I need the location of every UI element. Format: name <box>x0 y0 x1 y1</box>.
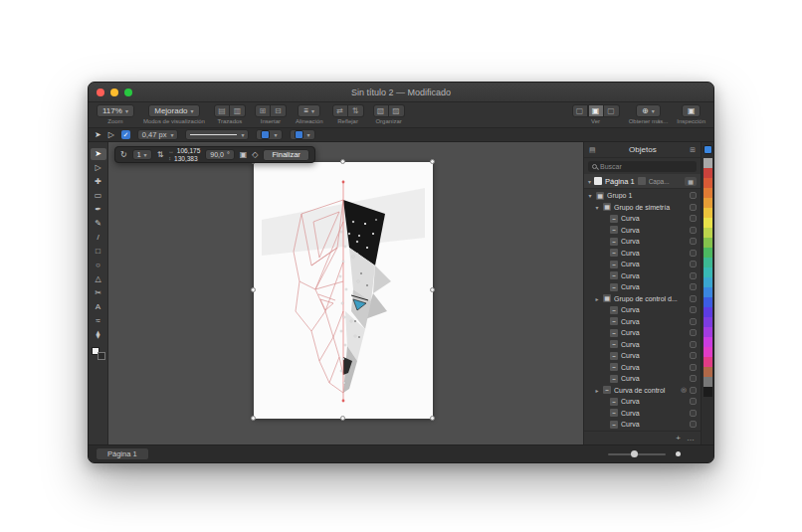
layer-row[interactable]: ▾▦Grupo 1 <box>584 190 701 202</box>
layer-row[interactable]: ~Curva <box>584 350 701 362</box>
layer-row[interactable]: ▾▦Grupo de simetría <box>584 202 701 214</box>
alignment-dropdown[interactable]: ≡ ▾ <box>298 104 320 117</box>
layer-row[interactable]: ~Curva <box>584 259 701 270</box>
layer-row[interactable]: ~Curva <box>584 362 701 374</box>
layer-row[interactable]: ~Curva <box>584 339 701 351</box>
rectangle-tool[interactable]: □ <box>91 246 106 258</box>
layer-select-checkbox[interactable] <box>690 295 697 302</box>
color-swatch[interactable] <box>703 158 712 168</box>
color-swatch[interactable] <box>703 218 712 228</box>
layer-select-checkbox[interactable] <box>690 375 697 382</box>
layer-row[interactable]: ~Curva <box>584 408 701 420</box>
layer-select-checkbox[interactable] <box>690 421 697 428</box>
finish-button[interactable]: Finalizar <box>263 149 308 161</box>
insert-behind-icon[interactable]: ⊟ <box>271 104 287 117</box>
caret-icon[interactable]: ▾ <box>594 204 600 211</box>
angle-field[interactable]: 90,0 ° <box>205 149 234 160</box>
pencil-tool[interactable]: ✎ <box>91 218 106 230</box>
panel-toggle-icon[interactable]: ▤ <box>589 146 596 154</box>
color-swatch[interactable] <box>703 277 712 287</box>
selection-handle[interactable] <box>430 159 435 164</box>
layer-options-badge[interactable]: ▦ <box>685 177 697 186</box>
layer-row[interactable]: ~Curva <box>584 225 701 237</box>
layer-select-checkbox[interactable] <box>690 306 697 313</box>
insert-icon[interactable]: ⊞ <box>255 104 271 117</box>
layer-row[interactable]: ~Curva <box>584 213 701 225</box>
layer-select-checkbox[interactable] <box>690 238 697 245</box>
path-op-icon[interactable]: ▥ <box>230 104 246 117</box>
page-tab[interactable]: Página 1 <box>96 447 149 460</box>
preview-view-icon[interactable]: ▣ <box>588 104 604 117</box>
more-options-icon[interactable]: … <box>687 434 695 443</box>
color-swatch[interactable] <box>703 367 712 377</box>
color-swatch[interactable] <box>703 248 712 258</box>
warp-tool[interactable]: ≈ <box>91 315 106 327</box>
view-mode-dropdown[interactable]: Mejorado ▾ <box>148 104 199 117</box>
selection-handle[interactable] <box>430 416 435 421</box>
selection-handle[interactable] <box>340 416 345 421</box>
zoom-slider-knob[interactable] <box>631 450 638 457</box>
color-swatch[interactable] <box>703 327 712 337</box>
flip-horizontal-icon[interactable]: ⇄ <box>332 104 348 117</box>
origin-y-value[interactable]: 130,383 <box>174 155 198 162</box>
layer-row[interactable]: ~Curva <box>584 419 701 431</box>
layer-select-checkbox[interactable] <box>690 204 697 211</box>
point-transform-tool[interactable]: ✚ <box>91 176 106 188</box>
pen-tool[interactable]: ✒ <box>91 204 106 216</box>
node-cursor-icon[interactable]: ▷ <box>108 130 114 139</box>
mirror-count-field[interactable]: 1 ▾ <box>132 149 152 160</box>
ellipse-tool[interactable]: ○ <box>91 260 106 271</box>
cursor-icon[interactable]: ➤ <box>95 130 101 139</box>
color-swatch[interactable] <box>703 238 712 248</box>
diamond-toggle-icon[interactable]: ◇ <box>252 150 258 159</box>
inspector-button[interactable]: ▣ <box>682 104 702 117</box>
layer-select-checkbox[interactable] <box>690 410 697 417</box>
panel-options-icon[interactable]: ⊞ <box>690 146 696 154</box>
selection-handle[interactable] <box>430 287 435 292</box>
layer-select-checkbox[interactable] <box>690 341 697 348</box>
layer-row[interactable]: ~Curva <box>584 316 701 328</box>
stroke-swatch[interactable] <box>98 352 105 360</box>
add-object-icon[interactable]: + <box>676 434 681 443</box>
bring-forward-icon[interactable]: ▧ <box>373 104 389 117</box>
rotate-icon[interactable]: ↻ <box>120 150 127 159</box>
send-backward-icon[interactable]: ▨ <box>389 104 405 117</box>
fill-color-dropdown[interactable]: ▾ <box>256 129 282 140</box>
color-swatch[interactable] <box>703 377 712 387</box>
quick-view-button[interactable] <box>676 451 681 456</box>
layer-select-checkbox[interactable] <box>690 227 697 234</box>
caret-icon[interactable]: ▾ <box>587 192 593 199</box>
layer-select-checkbox[interactable] <box>690 329 697 336</box>
layer-row[interactable]: ~Curva <box>584 236 701 248</box>
color-swatch[interactable] <box>703 357 712 367</box>
layer-row[interactable]: ~Curva <box>584 270 701 282</box>
color-swatch[interactable] <box>703 347 712 357</box>
scissors-tool[interactable]: ✂ <box>91 287 106 299</box>
node-tool[interactable]: ▷ <box>91 162 106 174</box>
layer-row[interactable]: ~Curva <box>584 248 701 260</box>
selection-handle[interactable] <box>340 159 345 164</box>
outline-view-icon[interactable]: ▢ <box>572 104 588 117</box>
selection-handle[interactable] <box>251 416 256 421</box>
layer-row[interactable]: ~Curva <box>584 327 701 339</box>
color-swatch[interactable] <box>703 178 712 188</box>
color-swatch[interactable] <box>703 307 712 317</box>
artboard[interactable] <box>254 162 433 419</box>
color-swatch[interactable] <box>703 297 712 307</box>
layer-row[interactable]: ~Curva <box>584 396 701 408</box>
stroke-style-dropdown[interactable]: ▾ <box>185 129 249 140</box>
layer-row[interactable]: ~Curva <box>584 304 701 316</box>
layer-select-checkbox[interactable] <box>690 318 697 325</box>
color-swatch[interactable] <box>703 387 712 397</box>
layer-select-checkbox[interactable] <box>690 352 697 359</box>
color-swatch[interactable] <box>703 267 712 277</box>
grid-toggle-icon[interactable]: ▣ <box>240 150 248 159</box>
current-color-swatch[interactable] <box>703 145 712 154</box>
layer-select-checkbox[interactable] <box>690 272 697 279</box>
color-swatch[interactable] <box>703 188 712 198</box>
layer-select-checkbox[interactable] <box>690 215 697 222</box>
path-op-icon[interactable]: ▤ <box>214 104 230 117</box>
get-more-dropdown[interactable]: ⊕ ▾ <box>636 104 661 117</box>
origin-x-value[interactable]: 106,175 <box>177 147 201 154</box>
split-view-icon[interactable]: ▢ <box>604 104 620 117</box>
